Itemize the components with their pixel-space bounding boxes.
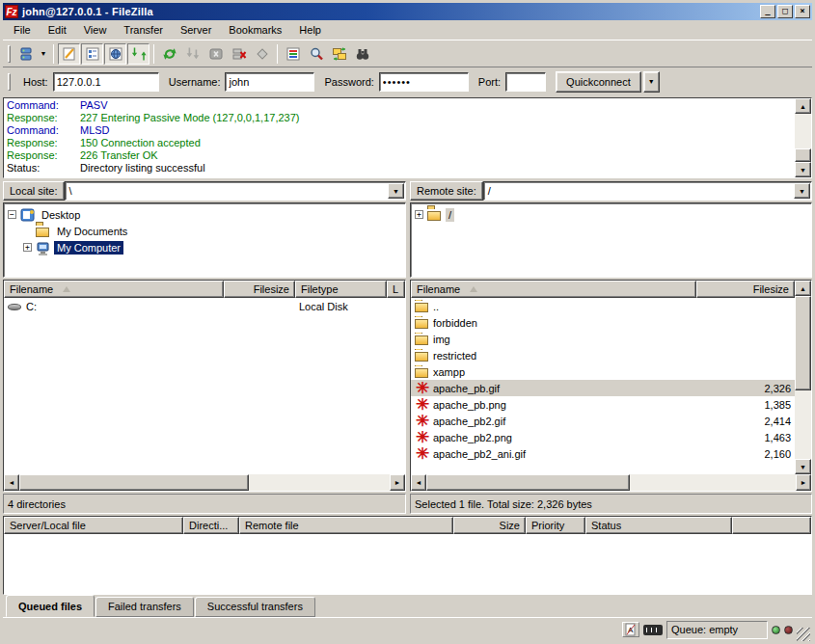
local-site-combo[interactable]: \ ▼	[65, 181, 406, 201]
file-row[interactable]: forbidden	[411, 314, 795, 331]
column-filename[interactable]: Filename	[4, 281, 224, 298]
file-row[interactable]: ✳apache_pb2.png1,463	[411, 429, 795, 445]
directory-listing-filters-icon[interactable]	[282, 43, 304, 65]
speedlimit-indicator-icon[interactable]	[643, 625, 663, 635]
chevron-down-icon[interactable]: ▼	[794, 183, 810, 199]
file-row-selected[interactable]: ✳apache_pb.gif2,326	[411, 380, 795, 396]
file-type: Local Disk	[295, 301, 387, 312]
remote-site-combo[interactable]: / ▼	[483, 181, 812, 201]
column-filetype[interactable]: Filetype	[295, 281, 387, 298]
menu-edit[interactable]: Edit	[40, 21, 75, 39]
scroll-thumb[interactable]	[795, 296, 811, 390]
column-remote-file[interactable]: Remote file	[239, 517, 453, 534]
scroll-right-icon[interactable]: ►	[796, 474, 811, 491]
menu-view[interactable]: View	[75, 21, 116, 39]
file-name: restricted	[433, 350, 476, 362]
disconnect-icon[interactable]	[228, 43, 250, 65]
minimize-button[interactable]: _	[760, 5, 775, 18]
tab-failed-transfers[interactable]: Failed transfers	[95, 597, 194, 617]
scroll-thumb[interactable]	[19, 474, 249, 491]
remote-vertical-scrollbar[interactable]: ▲ ▼	[795, 281, 811, 474]
column-size[interactable]: Size	[453, 517, 526, 534]
scroll-thumb[interactable]	[795, 148, 811, 162]
tree-item-my-computer[interactable]: + My Computer	[23, 239, 405, 255]
file-row[interactable]: ✳apache_pb2.gif2,414	[411, 413, 795, 429]
chevron-down-icon[interactable]: ▼	[388, 183, 404, 199]
file-row[interactable]: C: Local Disk	[4, 298, 405, 314]
scroll-down-icon[interactable]: ▼	[795, 162, 811, 177]
column-direction[interactable]: Directi...	[183, 517, 239, 534]
menu-server[interactable]: Server	[172, 21, 220, 39]
column-priority[interactable]: Priority	[526, 517, 585, 534]
menu-file[interactable]: File	[5, 21, 40, 39]
title-bar: Fz john@127.0.0.1 - FileZilla _ □ ×	[3, 3, 812, 20]
directory-comparison-icon[interactable]	[351, 43, 373, 65]
cancel-operation-icon[interactable]	[204, 43, 227, 65]
column-filename[interactable]: Filename	[411, 281, 696, 298]
remote-site-bar: Remote site: / ▼	[410, 180, 812, 201]
menu-transfer[interactable]: Transfer	[115, 21, 172, 39]
site-manager-dropdown-icon[interactable]: ▼	[38, 43, 49, 65]
expand-icon[interactable]: +	[23, 243, 32, 252]
refresh-icon[interactable]	[158, 43, 180, 65]
image-file-icon: ✳	[415, 398, 430, 412]
toggle-remote-tree-icon[interactable]	[104, 43, 126, 65]
expand-icon[interactable]: +	[415, 210, 423, 219]
remote-horizontal-scrollbar[interactable]: ◄ ►	[411, 474, 811, 491]
file-search-icon[interactable]	[305, 43, 327, 65]
maximize-button[interactable]: □	[777, 5, 793, 18]
scroll-left-icon[interactable]: ◄	[411, 474, 426, 491]
column-filesize[interactable]: Filesize	[224, 281, 295, 298]
column-server-local-file[interactable]: Server/Local file	[4, 517, 183, 534]
tree-item-my-documents[interactable]: My Documents	[23, 223, 405, 239]
host-input[interactable]	[53, 72, 159, 92]
column-status[interactable]: Status	[585, 517, 732, 534]
quickconnect-button[interactable]: Quickconnect	[556, 71, 641, 93]
scroll-up-icon[interactable]: ▲	[795, 281, 811, 296]
tree-item-desktop[interactable]: − Desktop	[8, 206, 405, 223]
local-horizontal-scrollbar[interactable]: ◄ ►	[4, 474, 405, 491]
tab-queued-files[interactable]: Queued files	[6, 595, 95, 617]
toggle-transfer-queue-icon[interactable]	[127, 43, 149, 65]
reconnect-icon[interactable]	[251, 43, 273, 65]
toggle-message-log-icon[interactable]	[58, 43, 80, 65]
column-last-modified[interactable]: L	[387, 281, 405, 298]
toolbar: ▼	[3, 40, 812, 67]
tab-successful-transfers[interactable]: Successful transfers	[195, 597, 315, 617]
process-queue-icon[interactable]	[181, 43, 204, 65]
close-button[interactable]: ×	[795, 5, 810, 18]
activity-led-recv	[772, 626, 780, 634]
file-row[interactable]: ✳apache_pb.png1,385	[411, 396, 795, 413]
scroll-thumb[interactable]	[426, 474, 630, 491]
file-row[interactable]: xampp	[411, 363, 795, 380]
file-row[interactable]: img	[411, 331, 795, 347]
password-input[interactable]	[379, 72, 469, 92]
folder-icon	[415, 365, 430, 379]
scroll-right-icon[interactable]: ►	[390, 474, 405, 491]
scroll-down-icon[interactable]: ▼	[795, 459, 811, 474]
menu-help[interactable]: Help	[290, 21, 330, 39]
file-row[interactable]: ..	[411, 298, 795, 314]
password-label: Password:	[324, 76, 373, 88]
scroll-up-icon[interactable]: ▲	[795, 98, 811, 114]
file-name: ..	[433, 301, 439, 312]
tree-item-root[interactable]: + /	[415, 206, 811, 223]
username-label: Username:	[169, 76, 221, 88]
file-panes: Local site: \ ▼ − Desktop My Documents	[3, 180, 812, 514]
log-line: Command:PASV	[7, 99, 795, 112]
site-manager-icon[interactable]	[14, 43, 37, 65]
resize-grip[interactable]	[797, 628, 810, 641]
ascii-type-indicator-icon[interactable]: A	[622, 622, 639, 637]
file-row[interactable]: restricted	[411, 347, 795, 363]
username-input[interactable]	[225, 72, 314, 92]
synchronized-browsing-icon[interactable]	[328, 43, 350, 65]
quickconnect-dropdown-icon[interactable]: ▼	[643, 71, 660, 93]
toggle-local-tree-icon[interactable]	[81, 43, 103, 65]
log-vertical-scrollbar[interactable]: ▲ ▼	[795, 98, 811, 177]
column-filesize[interactable]: Filesize	[696, 281, 795, 298]
port-input[interactable]	[505, 72, 546, 92]
scroll-left-icon[interactable]: ◄	[4, 474, 19, 491]
menu-bookmarks[interactable]: Bookmarks	[220, 21, 290, 39]
file-row[interactable]: ✳apache_pb2_ani.gif2,160	[411, 445, 795, 462]
collapse-icon[interactable]: −	[8, 210, 16, 219]
